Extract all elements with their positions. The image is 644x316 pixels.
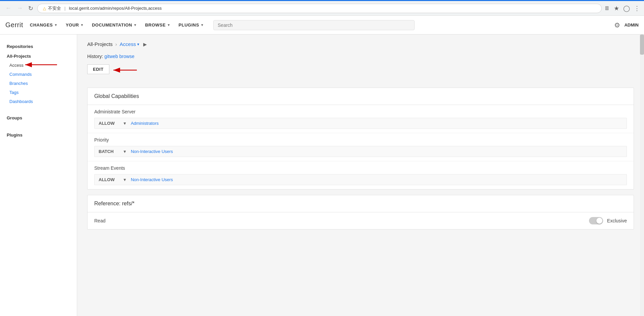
sidebar-item-access[interactable]: Access [0, 61, 77, 70]
breadcrumb-parent[interactable]: All-Projects [87, 41, 113, 47]
star-icon[interactable]: ★ [614, 5, 619, 12]
administrate-server-section: Administrate Server ALLOW ▼ Administrato… [88, 105, 634, 133]
browser-chrome: ← → ↻ △ 不安全 | local.gerrit.com/admin/rep… [0, 1, 644, 16]
security-warning-text: 不安全 [48, 5, 61, 11]
allow-dropdown[interactable]: ▼ [123, 121, 127, 126]
breadcrumb-chevron: ▾ [137, 42, 139, 47]
priority-title: Priority [94, 137, 627, 143]
back-button[interactable]: ← [4, 3, 13, 13]
history-link[interactable]: gitweb browse [104, 54, 135, 59]
allow-type-2: ALLOW [99, 177, 119, 182]
global-capabilities-title: Global Capabilities [88, 88, 634, 105]
scrollbar-thumb[interactable] [640, 35, 644, 55]
cursor-indicator: ▶ [143, 42, 147, 47]
batch-type: BATCH [99, 149, 119, 154]
nav-plugins[interactable]: PLUGINS ▼ [174, 16, 208, 34]
top-nav-right: ⚙ ADMIN [614, 21, 639, 29]
plugins-chevron: ▼ [201, 23, 204, 27]
edit-button[interactable]: EDIT [87, 64, 109, 74]
sidebar: Repositories All-Projects Access Command… [0, 35, 77, 316]
stream-events-title: Stream Events [94, 165, 627, 171]
sidebar-item-branches[interactable]: Branches [0, 79, 77, 88]
scrollbar[interactable] [640, 35, 644, 316]
sidebar-item-tags[interactable]: Tags [0, 88, 77, 97]
exclusive-toggle[interactable] [589, 217, 603, 224]
global-capabilities-card: Global Capabilities Administrate Server … [87, 88, 634, 190]
history-row: History: gitweb browse [87, 54, 634, 59]
docs-chevron: ▼ [133, 23, 137, 27]
history-label: History: [87, 54, 103, 59]
administrators-link[interactable]: Administrators [131, 121, 159, 126]
settings-gear-icon[interactable]: ⚙ [614, 21, 620, 29]
top-navigation: Gerrit CHANGES ▼ YOUR ▼ DOCUMENTATION ▼ … [0, 16, 644, 35]
edit-button-wrapper: EDIT [87, 64, 109, 81]
priority-permission-row: BATCH ▼ Non-Interactive Users [94, 146, 627, 157]
breadcrumb-current[interactable]: Access ▾ [120, 41, 139, 47]
read-title: Read [94, 218, 105, 223]
nav-changes[interactable]: CHANGES ▼ [26, 16, 62, 34]
your-chevron: ▼ [80, 23, 84, 27]
stream-events-section: Stream Events ALLOW ▼ Non-Interactive Us… [88, 161, 634, 189]
gerrit-logo: Gerrit [5, 21, 23, 29]
browser-actions: 🗏 ★ ◯ ⋮ [604, 5, 640, 12]
translate-icon[interactable]: 🗏 [604, 5, 610, 11]
security-warning-icon: △ [43, 6, 46, 11]
address-bar[interactable]: △ 不安全 | local.gerrit.com/admin/repos/All… [37, 4, 602, 13]
sidebar-all-projects[interactable]: All-Projects [0, 52, 77, 61]
changes-chevron: ▼ [54, 23, 58, 27]
main-content: All-Projects › Access ▾ ▶ History: gitwe… [77, 35, 644, 316]
sidebar-spacer-2 [0, 123, 77, 130]
search-box[interactable] [213, 20, 609, 30]
read-row: Exclusive [589, 217, 627, 224]
sidebar-groups[interactable]: Groups [0, 113, 77, 123]
non-interactive-users-link-1[interactable]: Non-Interactive Users [131, 149, 173, 154]
sidebar-spacer-1 [0, 106, 77, 113]
admin-label[interactable]: ADMIN [624, 22, 639, 28]
sidebar-repositories[interactable]: Repositories [0, 41, 77, 52]
breadcrumb-separator: › [115, 41, 117, 47]
nav-documentation[interactable]: DOCUMENTATION ▼ [88, 16, 141, 34]
administrate-server-permission-row: ALLOW ▼ Administrators [94, 118, 627, 129]
search-input[interactable] [213, 20, 415, 30]
sidebar-plugins[interactable]: Plugins [0, 130, 77, 140]
sidebar-item-commands[interactable]: Commands [0, 70, 77, 79]
profile-icon[interactable]: ◯ [623, 5, 630, 12]
priority-section: Priority BATCH ▼ Non-Interactive Users [88, 133, 634, 161]
allow-dropdown-2[interactable]: ▼ [123, 177, 127, 182]
reload-button[interactable]: ↻ [27, 3, 35, 13]
allow-type: ALLOW [99, 121, 119, 126]
sidebar-item-dashboards[interactable]: Dashboards [0, 97, 77, 106]
menu-icon[interactable]: ⋮ [634, 5, 640, 12]
reference-title: Reference: refs/* [88, 195, 634, 212]
forward-button[interactable]: → [15, 3, 24, 13]
exclusive-label: Exclusive [607, 218, 627, 223]
url-text: local.gerrit.com/admin/repos/All-Project… [69, 6, 162, 11]
batch-dropdown[interactable]: ▼ [123, 149, 127, 154]
browse-chevron: ▼ [167, 23, 170, 27]
breadcrumb: All-Projects › Access ▾ ▶ [87, 41, 634, 47]
reference-card: Reference: refs/* Read Exclusive [87, 195, 634, 229]
stream-events-permission-row: ALLOW ▼ Non-Interactive Users [94, 174, 627, 185]
edit-red-arrow [110, 66, 140, 74]
non-interactive-users-link-2[interactable]: Non-Interactive Users [131, 177, 173, 182]
app-layout: Repositories All-Projects Access Command… [0, 35, 644, 316]
administrate-server-title: Administrate Server [94, 109, 627, 114]
read-section: Read Exclusive [88, 212, 634, 229]
address-separator: | [64, 6, 65, 11]
nav-your[interactable]: YOUR ▼ [62, 16, 88, 34]
nav-browse[interactable]: BROWSE ▼ [141, 16, 174, 34]
